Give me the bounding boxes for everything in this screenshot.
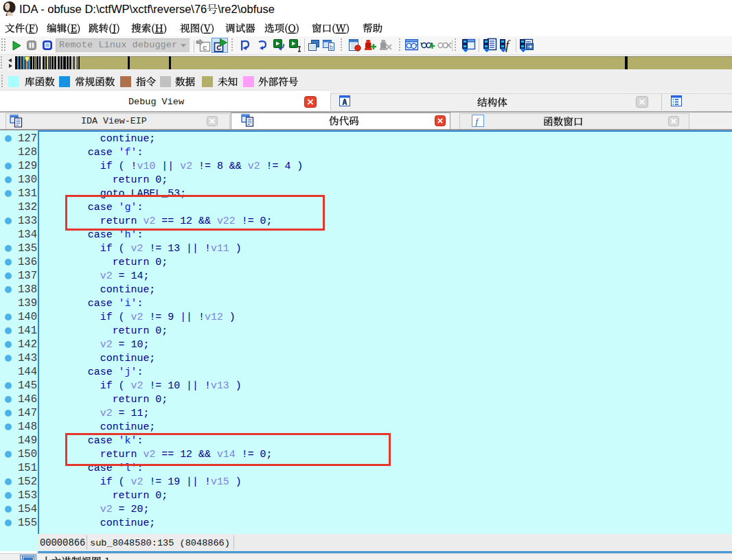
svg-text:b: b <box>330 44 333 51</box>
svg-text:f: f <box>505 38 511 52</box>
svg-text:c: c <box>203 44 207 52</box>
